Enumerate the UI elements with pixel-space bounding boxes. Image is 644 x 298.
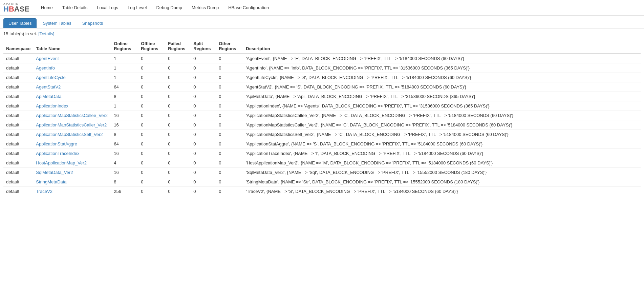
table-container: Namespace Table Name OnlineRegions Offli… — [0, 39, 644, 196]
header: APACHE HBASE Home Table Details Local Lo… — [0, 0, 644, 16]
cell-online: 1 — [111, 63, 138, 73]
table-row: default AgentInfo 1 0 0 0 0 'AgentInfo',… — [3, 63, 641, 73]
cell-offline: 0 — [138, 54, 165, 63]
cell-description: 'ApplicationIndex', {NAME => 'Agents', D… — [243, 101, 641, 111]
cell-other: 0 — [216, 73, 243, 82]
table-row: default TraceV2 256 0 0 0 0 'TraceV2', {… — [3, 187, 641, 196]
cell-tablename[interactable]: ApplicationMapStatisticsCallee_Ver2 — [33, 111, 111, 120]
cell-failed: 0 — [165, 168, 191, 177]
cell-online: 64 — [111, 82, 138, 92]
cell-description: 'TraceV2', {NAME => 'S', DATA_BLOCK_ENCO… — [243, 187, 641, 196]
cell-other: 0 — [216, 139, 243, 149]
cell-tablename[interactable]: HostApplicationMap_Ver2 — [33, 158, 111, 168]
cell-failed: 0 — [165, 177, 191, 187]
details-link[interactable]: [Details] — [38, 31, 54, 36]
cell-tablename[interactable]: ApplicationMapStatisticsCaller_Ver2 — [33, 120, 111, 130]
cell-description: 'ApplicationStatAggre', {NAME => 'S', DA… — [243, 139, 641, 149]
cell-split: 0 — [191, 54, 216, 63]
cell-failed: 0 — [165, 139, 191, 149]
cell-other: 0 — [216, 187, 243, 196]
cell-offline: 0 — [138, 149, 165, 158]
cell-offline: 0 — [138, 111, 165, 120]
tabs-bar: User Tables System Tables Snapshots — [0, 16, 644, 28]
cell-namespace: default — [3, 63, 33, 73]
cell-failed: 0 — [165, 82, 191, 92]
cell-failed: 0 — [165, 158, 191, 168]
cell-other: 0 — [216, 54, 243, 63]
cell-online: 16 — [111, 120, 138, 130]
main-nav: Home Table Details Local Logs Log Level … — [36, 0, 274, 16]
cell-failed: 0 — [165, 187, 191, 196]
cell-failed: 0 — [165, 54, 191, 63]
cell-failed: 0 — [165, 130, 191, 139]
info-line: 15 table(s) in set. [Details] — [0, 28, 644, 39]
cell-online: 8 — [111, 130, 138, 139]
cell-online: 8 — [111, 177, 138, 187]
table-row: default ApplicationTraceIndex 16 0 0 0 0… — [3, 149, 641, 158]
nav-home[interactable]: Home — [36, 0, 58, 16]
cell-tablename[interactable]: AgentStatV2 — [33, 82, 111, 92]
table-row: default HostApplicationMap_Ver2 4 0 0 0 … — [3, 158, 641, 168]
cell-failed: 0 — [165, 111, 191, 120]
cell-namespace: default — [3, 73, 33, 82]
tab-user-tables[interactable]: User Tables — [3, 18, 37, 28]
nav-local-logs[interactable]: Local Logs — [92, 0, 123, 16]
cell-tablename[interactable]: StringMetaData — [33, 177, 111, 187]
cell-tablename[interactable]: ApplicationTraceIndex — [33, 149, 111, 158]
cell-offline: 0 — [138, 177, 165, 187]
cell-other: 0 — [216, 130, 243, 139]
cell-tablename[interactable]: ApplicationMapStatisticsSelf_Ver2 — [33, 130, 111, 139]
cell-namespace: default — [3, 149, 33, 158]
tab-snapshots[interactable]: Snapshots — [78, 19, 108, 28]
nav-metrics-dump[interactable]: Metrics Dump — [187, 0, 223, 16]
table-body: default AgentEvent 1 0 0 0 0 'AgentEvent… — [3, 54, 641, 196]
table-row: default ApplicationMapStatisticsCallee_V… — [3, 111, 641, 120]
table-row: default ApplicationIndex 1 0 0 0 0 'Appl… — [3, 101, 641, 111]
cell-tablename[interactable]: ApplicationIndex — [33, 101, 111, 111]
table-header-row: Namespace Table Name OnlineRegions Offli… — [3, 39, 641, 54]
logo: APACHE HBASE — [3, 2, 29, 13]
cell-description: 'SqlMetaData_Ver2', {NAME => 'Sql', DATA… — [243, 168, 641, 177]
cell-tablename[interactable]: ApiMetaData — [33, 92, 111, 101]
cell-tablename[interactable]: AgentEvent — [33, 54, 111, 63]
header-namespace: Namespace — [3, 39, 33, 54]
nav-debug-dump[interactable]: Debug Dump — [151, 0, 187, 16]
table-count-text: 15 table(s) in set. — [3, 31, 38, 36]
cell-offline: 0 — [138, 82, 165, 92]
cell-tablename[interactable]: ApplicationStatAggre — [33, 139, 111, 149]
cell-split: 0 — [191, 92, 216, 101]
cell-description: 'HostApplicationMap_Ver2', {NAME => 'M',… — [243, 158, 641, 168]
cell-namespace: default — [3, 54, 33, 63]
cell-failed: 0 — [165, 92, 191, 101]
cell-tablename[interactable]: SqlMetaData_Ver2 — [33, 168, 111, 177]
cell-description: 'StringMetaData', {NAME => 'Str', DATA_B… — [243, 177, 641, 187]
cell-tablename[interactable]: AgentInfo — [33, 63, 111, 73]
cell-namespace: default — [3, 187, 33, 196]
cell-tablename[interactable]: TraceV2 — [33, 187, 111, 196]
cell-description: 'ApplicationMapStatisticsSelf_Ver2', {NA… — [243, 130, 641, 139]
header-tablename: Table Name — [33, 39, 111, 54]
cell-split: 0 — [191, 187, 216, 196]
nav-table-details[interactable]: Table Details — [58, 0, 92, 16]
cell-other: 0 — [216, 82, 243, 92]
cell-offline: 0 — [138, 130, 165, 139]
cell-online: 4 — [111, 158, 138, 168]
cell-offline: 0 — [138, 139, 165, 149]
table-row: default ApplicationMapStatisticsSelf_Ver… — [3, 130, 641, 139]
nav-log-level[interactable]: Log Level — [123, 0, 151, 16]
nav-hbase-config[interactable]: HBase Configuration — [223, 0, 274, 16]
table-row: default AgentLifeCycle 1 0 0 0 0 'AgentL… — [3, 73, 641, 82]
cell-namespace: default — [3, 130, 33, 139]
table-row: default ApiMetaData 8 0 0 0 0 'ApiMetaDa… — [3, 92, 641, 101]
tab-system-tables[interactable]: System Tables — [38, 19, 76, 28]
cell-online: 256 — [111, 187, 138, 196]
cell-tablename[interactable]: AgentLifeCycle — [33, 73, 111, 82]
cell-other: 0 — [216, 111, 243, 120]
cell-split: 0 — [191, 63, 216, 73]
cell-namespace: default — [3, 92, 33, 101]
header-failed-regions: FailedRegions — [165, 39, 191, 54]
cell-other: 0 — [216, 120, 243, 130]
cell-other: 0 — [216, 158, 243, 168]
header-other-regions: OtherRegions — [216, 39, 243, 54]
cell-other: 0 — [216, 177, 243, 187]
